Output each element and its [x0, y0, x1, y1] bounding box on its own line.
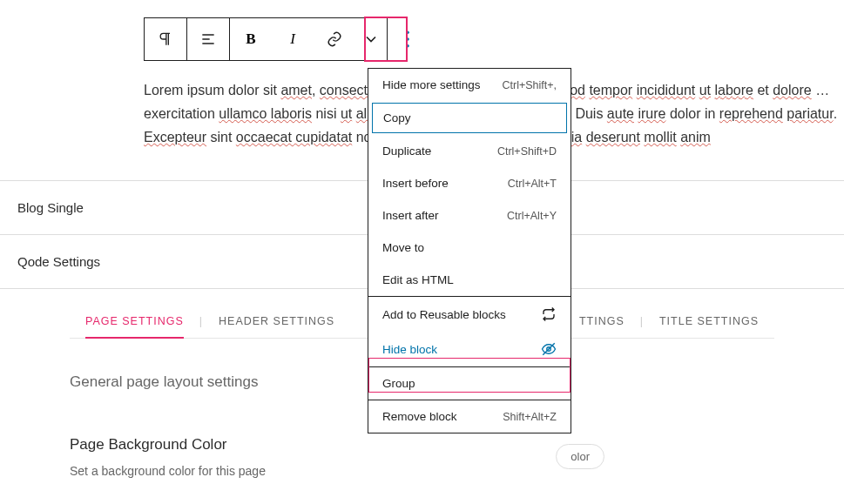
field-bg-color-desc: Set a background color for this page	[70, 464, 774, 478]
menu-insert-before[interactable]: Insert before Ctrl+Alt+T	[368, 167, 571, 199]
toolbar-group-align	[187, 18, 230, 60]
more-icon	[399, 30, 416, 48]
link-icon	[326, 30, 343, 48]
more-rich-text-button[interactable]	[355, 18, 387, 60]
menu-group[interactable]: Group	[368, 367, 571, 400]
menu-label: Insert before	[382, 177, 449, 190]
menu-label: Copy	[383, 111, 411, 124]
bold-button[interactable]: B	[230, 18, 272, 60]
bold-label: B	[246, 30, 255, 48]
menu-edit-html[interactable]: Edit as HTML	[368, 264, 571, 296]
menu-shortcut: Ctrl+Alt+T	[508, 178, 557, 190]
eye-off-icon	[541, 341, 557, 357]
italic-label: I	[290, 30, 295, 48]
refresh-icon	[541, 306, 557, 322]
align-button[interactable]	[187, 18, 229, 60]
tab-title-settings[interactable]: TITLE SETTINGS	[644, 315, 774, 338]
toolbar-group-inline: B I	[230, 18, 387, 60]
menu-shortcut: Ctrl+Shift+D	[497, 145, 557, 158]
menu-move-to[interactable]: Move to	[368, 232, 571, 264]
svg-point-5	[406, 44, 409, 48]
block-options-dropdown: Hide more settings Ctrl+Shift+, Copy Dup…	[368, 68, 571, 433]
menu-remove-block[interactable]: Remove block Shift+Alt+Z	[368, 400, 571, 433]
paragraph-icon	[157, 30, 174, 48]
color-input-partial[interactable]: olor	[556, 444, 604, 469]
menu-label: Add to Reusable blocks	[382, 308, 506, 321]
menu-shortcut: Ctrl+Alt+Y	[507, 210, 557, 222]
svg-point-3	[406, 30, 409, 34]
link-button[interactable]	[314, 18, 355, 60]
menu-add-reusable[interactable]: Add to Reusable blocks	[368, 297, 571, 332]
tab-header-settings[interactable]: HEADER SETTINGS	[203, 315, 350, 338]
block-toolbar: B I	[144, 17, 407, 61]
menu-label: Edit as HTML	[382, 273, 454, 286]
menu-label: Move to	[382, 241, 424, 254]
menu-shortcut: Ctrl+Shift+,	[502, 79, 557, 91]
chevron-down-icon	[362, 30, 380, 48]
more-options-button[interactable]	[388, 18, 428, 60]
menu-label: Hide block	[382, 343, 437, 356]
paragraph-type-button[interactable]	[145, 18, 186, 60]
menu-label: Hide more settings	[382, 78, 481, 91]
menu-shortcut: Shift+Alt+Z	[503, 411, 557, 423]
toolbar-group-more	[387, 18, 428, 60]
menu-label: Insert after	[382, 209, 439, 222]
menu-copy[interactable]: Copy	[372, 103, 567, 133]
tab-page-settings[interactable]: PAGE SETTINGS	[70, 315, 199, 338]
italic-button[interactable]: I	[272, 18, 314, 60]
svg-point-4	[406, 37, 409, 41]
menu-insert-after[interactable]: Insert after Ctrl+Alt+Y	[368, 199, 571, 232]
menu-label: Remove block	[382, 410, 457, 423]
menu-duplicate[interactable]: Duplicate Ctrl+Shift+D	[368, 135, 571, 167]
align-icon	[199, 30, 217, 48]
menu-label: Duplicate	[382, 144, 431, 158]
menu-hide-more-settings[interactable]: Hide more settings Ctrl+Shift+,	[368, 69, 571, 101]
menu-label: Group	[382, 377, 415, 390]
field-bg-color-label: Page Background Color	[70, 436, 774, 454]
menu-hide-block[interactable]: Hide block	[368, 332, 571, 366]
toolbar-group-transform	[145, 18, 187, 60]
tab-partial-settings[interactable]: TTINGS	[564, 315, 640, 338]
